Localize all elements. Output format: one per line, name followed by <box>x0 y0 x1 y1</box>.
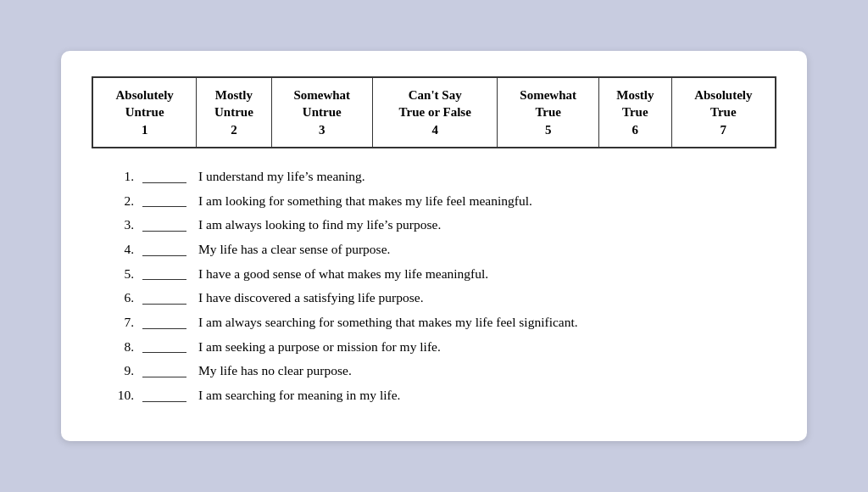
item-number: 2. <box>108 192 137 210</box>
survey-card: AbsolutelyUntrue1MostlyUntrue2SomewhatUn… <box>61 51 807 441</box>
scale-column-2: MostlyUntrue2 <box>197 77 271 148</box>
item-text: I am looking for something that makes my… <box>198 192 776 210</box>
item-number: 7. <box>108 313 137 332</box>
item-text: My life has a clear sense of purpose. <box>198 240 776 259</box>
item-text: I am always searching for something that… <box>198 313 776 332</box>
item-text: I am always looking to find my life’s pu… <box>198 215 776 234</box>
scale-column-1: AbsolutelyUntrue1 <box>92 77 197 148</box>
answer-blank <box>142 352 186 353</box>
answer-blank <box>142 279 186 280</box>
list-item: 2.I am looking for something that makes … <box>108 192 776 210</box>
list-item: 6.I have discovered a satisfying life pu… <box>108 288 776 307</box>
answer-blank <box>142 231 186 232</box>
answer-blank <box>142 377 186 377</box>
item-text: I am seeking a purpose or mission for my… <box>198 338 776 356</box>
answer-blank <box>142 255 186 256</box>
list-item: 7.I am always searching for something th… <box>108 313 776 332</box>
item-text: I understand my life’s meaning. <box>198 167 776 186</box>
list-item: 1.I understand my life’s meaning. <box>108 167 776 186</box>
list-item: 3.I am always looking to find my life’s … <box>108 215 776 234</box>
scale-column-5: SomewhatTrue5 <box>498 77 599 148</box>
scale-column-4: Can't SayTrue or False4 <box>373 77 498 148</box>
items-section: 1.I understand my life’s meaning.2.I am … <box>92 167 776 405</box>
item-text: I am searching for meaning in my life. <box>198 386 776 405</box>
list-item: 4.My life has a clear sense of purpose. <box>108 240 776 259</box>
item-number: 9. <box>108 361 137 380</box>
item-number: 10. <box>108 386 137 405</box>
scale-table: AbsolutelyUntrue1MostlyUntrue2SomewhatUn… <box>92 76 776 148</box>
item-number: 8. <box>108 338 137 356</box>
list-item: 8.I am seeking a purpose or mission for … <box>108 338 776 356</box>
answer-blank <box>142 182 186 183</box>
scale-column-7: AbsolutelyTrue7 <box>671 77 776 148</box>
answer-blank <box>142 304 186 305</box>
answer-blank <box>142 328 186 329</box>
list-item: 5.I have a good sense of what makes my l… <box>108 265 776 283</box>
list-item: 10.I am searching for meaning in my life… <box>108 386 776 405</box>
item-number: 4. <box>108 240 137 259</box>
item-number: 1. <box>108 167 137 186</box>
item-text: My life has no clear purpose. <box>198 361 776 380</box>
item-number: 5. <box>108 265 137 283</box>
scale-column-6: MostlyTrue6 <box>598 77 671 148</box>
item-text: I have a good sense of what makes my lif… <box>198 265 776 283</box>
list-item: 9.My life has no clear purpose. <box>108 361 776 380</box>
item-number: 6. <box>108 288 137 307</box>
item-number: 3. <box>108 215 137 234</box>
answer-blank <box>142 206 186 207</box>
item-text: I have discovered a satisfying life purp… <box>198 288 776 307</box>
scale-column-3: SomewhatUntrue3 <box>271 77 373 148</box>
answer-blank <box>142 401 186 402</box>
